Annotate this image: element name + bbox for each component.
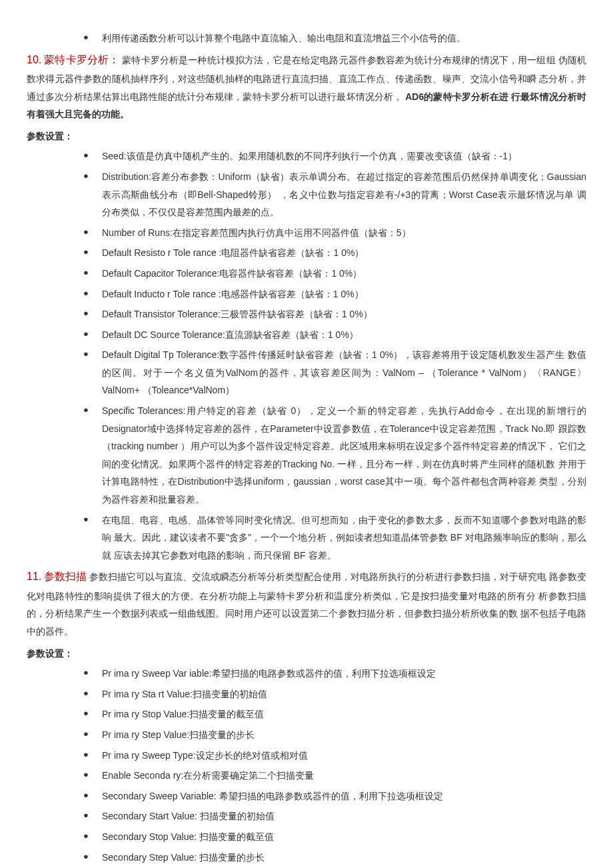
list-item: Pr ima ry Sweep Type:设定步长的绝对值或相对值 (83, 747, 586, 765)
list-item: 在电阻、电容、电感、晶体管等同时变化情况。但可想而知，由于变化的参数太多，反而不… (83, 511, 586, 565)
section-10-title: 蒙特卡罗分析： (44, 54, 119, 65)
list-item: Distribution:容差分布参数：Uniform（缺省）表示单调分布。在超… (83, 168, 586, 221)
list-item: Secondary Sweep Variable: 希望扫描的电路参数或器件的值… (83, 787, 586, 805)
section-10-list: Seed:该值是仿真中随机产生的。如果用随机数的不同序列执行一个仿真，需要改变该… (27, 147, 586, 564)
list-item: Seed:该值是仿真中随机产生的。如果用随机数的不同序列执行一个仿真，需要改变该… (83, 147, 586, 165)
list-item: Number of Runs:在指定容差范围内执行仿真中运用不同器件值（缺省：5… (83, 224, 586, 242)
intro-list: 利用传递函数分析可以计算整个电路中直流输入、输出电阻和直流增益三个小信号的值。 (27, 29, 586, 47)
list-item: Secondary Start Value: 扫描变量的初始值 (83, 807, 586, 825)
section-11-list: Pr ima ry Sweep Var iable:希望扫描的电路参数或器件的值… (27, 665, 586, 868)
list-item: Pr ima ry Sweep Var iable:希望扫描的电路参数或器件的值… (83, 665, 586, 683)
section-11-params-label: 参数设置： (27, 645, 586, 663)
section-11-body: 参数扫描它可以与直流、交流或瞬态分析等分析类型配合使用，对电路所执行的分析进行参… (27, 571, 586, 637)
section-10: 10. 蒙特卡罗分析： 蒙特卡罗分析是一种统计模拟方法，它是在给定电路元器件参数… (27, 50, 586, 123)
list-item: Secondary Step Value: 扫描变量的步长 (83, 849, 586, 867)
list-item: Default Inducto r Tole rance :电感器件缺省容差（缺… (83, 285, 586, 303)
list-item: Default DC Source Tolerance:直流源缺省容差（缺省：1… (83, 326, 586, 344)
section-11-title: 参数扫描 (44, 571, 87, 582)
list-item: Default Resisto r Tole rance :电阻器件缺省容差（缺… (83, 244, 586, 262)
list-item: Specific Tolerances:用户特定的容差（缺省 0），定义一个新的… (83, 402, 586, 509)
section-10-params-label: 参数设置： (27, 127, 586, 145)
list-item: Secondary Stop Value: 扫描变量的截至值 (83, 828, 586, 846)
list-item: Pr ima ry Stop Value:扫描变量的截至值 (83, 705, 586, 723)
list-item: Default Digital Tp Tolerance:数字器件传播延时缺省容… (83, 346, 586, 399)
section-11: 11. 参数扫描 参数扫描它可以与直流、交流或瞬态分析等分析类型配合使用，对电路… (27, 567, 586, 640)
intro-bullet: 利用传递函数分析可以计算整个电路中直流输入、输出电阻和直流增益三个小信号的值。 (83, 29, 586, 47)
section-10-num: 10. (27, 54, 41, 65)
list-item: Pr ima ry Sta rt Value:扫描变量的初始值 (83, 685, 586, 703)
list-item: Default Capacitor Tolerance:电容器件缺省容差（缺省：… (83, 265, 586, 283)
section-11-num: 11. (27, 571, 41, 582)
list-item: Enable Seconda ry:在分析需要确定第二个扫描变量 (83, 767, 586, 785)
list-item: Default Transistor Tolerance:三极管器件缺省容差（缺… (83, 305, 586, 323)
list-item: Pr ima ry Step Value:扫描变量的步长 (83, 726, 586, 744)
